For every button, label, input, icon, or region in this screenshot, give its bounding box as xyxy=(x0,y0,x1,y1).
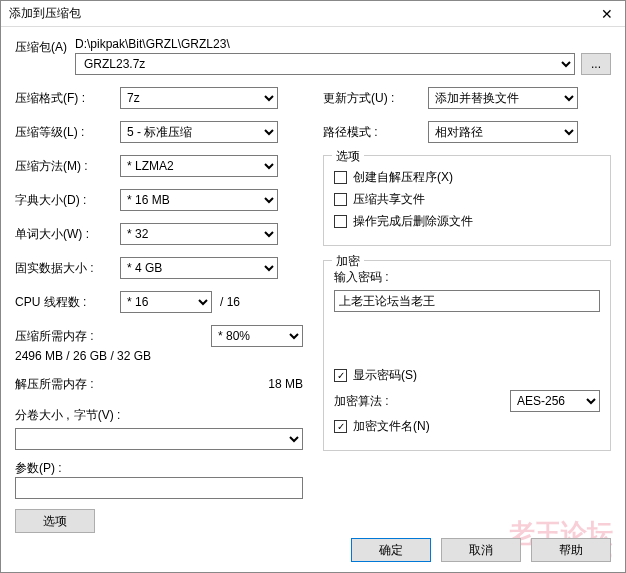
showpw-checkbox[interactable]: ✓ xyxy=(334,369,347,382)
compress-mem-pct-select[interactable]: * 80% xyxy=(211,325,303,347)
level-select[interactable]: 5 - 标准压缩 xyxy=(120,121,278,143)
archive-name-select[interactable]: GRZL23.7z xyxy=(75,53,575,75)
solid-label: 固实数据大小 : xyxy=(15,260,120,277)
decompress-mem-label: 解压所需内存 : xyxy=(15,376,120,393)
encryption-legend: 加密 xyxy=(332,253,364,270)
solid-select[interactable]: * 4 GB xyxy=(120,257,278,279)
cpu-select[interactable]: * 16 xyxy=(120,291,212,313)
compress-mem-label: 压缩所需内存 : xyxy=(15,328,120,345)
word-select[interactable]: * 32 xyxy=(120,223,278,245)
archive-path: D:\pikpak\Bit\GRZL\GRZL23\ xyxy=(75,37,611,51)
word-label: 单词大小(W) : xyxy=(15,226,120,243)
split-unit: 字节(V) : xyxy=(74,407,121,424)
sfx-checkbox[interactable] xyxy=(334,171,347,184)
titlebar: 添加到压缩包 ✕ xyxy=(1,1,625,27)
algo-label: 加密算法 : xyxy=(334,393,389,410)
split-select[interactable] xyxy=(15,428,303,450)
cancel-button[interactable]: 取消 xyxy=(441,538,521,562)
password-input[interactable] xyxy=(334,290,600,312)
cpu-total: / 16 xyxy=(220,295,240,309)
format-select[interactable]: 7z xyxy=(120,87,278,109)
close-icon[interactable]: ✕ xyxy=(597,6,617,22)
compress-mem-value: 2496 MB / 26 GB / 32 GB xyxy=(15,349,303,363)
share-label: 压缩共享文件 xyxy=(353,191,425,208)
share-checkbox[interactable] xyxy=(334,193,347,206)
options-group: 选项 创建自解压程序(X) 压缩共享文件 操作完成后删除源文件 xyxy=(323,155,611,246)
window-title: 添加到压缩包 xyxy=(9,5,597,22)
method-select[interactable]: * LZMA2 xyxy=(120,155,278,177)
showpw-label: 显示密码(S) xyxy=(353,367,417,384)
options-legend: 选项 xyxy=(332,148,364,165)
format-label: 压缩格式(F) : xyxy=(15,90,120,107)
encnames-checkbox[interactable]: ✓ xyxy=(334,420,347,433)
delete-label: 操作完成后删除源文件 xyxy=(353,213,473,230)
encnames-label: 加密文件名(N) xyxy=(353,418,430,435)
pathmode-select[interactable]: 相对路径 xyxy=(428,121,578,143)
method-label: 压缩方法(M) : xyxy=(15,158,120,175)
params-label: 参数(P) : xyxy=(15,460,303,477)
level-label: 压缩等级(L) : xyxy=(15,124,120,141)
ok-button[interactable]: 确定 xyxy=(351,538,431,562)
dialog-window: 添加到压缩包 ✕ 压缩包(A) D:\pikpak\Bit\GRZL\GRZL2… xyxy=(0,0,626,573)
delete-checkbox[interactable] xyxy=(334,215,347,228)
algo-select[interactable]: AES-256 xyxy=(510,390,600,412)
password-label: 输入密码 : xyxy=(334,269,600,286)
footer: 确定 取消 帮助 xyxy=(351,538,611,562)
options-button[interactable]: 选项 xyxy=(15,509,95,533)
encryption-group: 加密 输入密码 : ✓显示密码(S) 加密算法 : AES-256 ✓加密文件名… xyxy=(323,260,611,451)
pathmode-label: 路径模式 : xyxy=(323,124,428,141)
dict-label: 字典大小(D) : xyxy=(15,192,120,209)
archive-label: 压缩包(A) xyxy=(15,37,75,56)
help-button[interactable]: 帮助 xyxy=(531,538,611,562)
browse-button[interactable]: ... xyxy=(581,53,611,75)
sfx-label: 创建自解压程序(X) xyxy=(353,169,453,186)
update-label: 更新方式(U) : xyxy=(323,90,428,107)
dict-select[interactable]: * 16 MB xyxy=(120,189,278,211)
cpu-label: CPU 线程数 : xyxy=(15,294,120,311)
decompress-mem-value: 18 MB xyxy=(120,377,303,391)
params-input[interactable] xyxy=(15,477,303,499)
update-select[interactable]: 添加并替换文件 xyxy=(428,87,578,109)
split-label: 分卷大小 , xyxy=(15,407,70,424)
